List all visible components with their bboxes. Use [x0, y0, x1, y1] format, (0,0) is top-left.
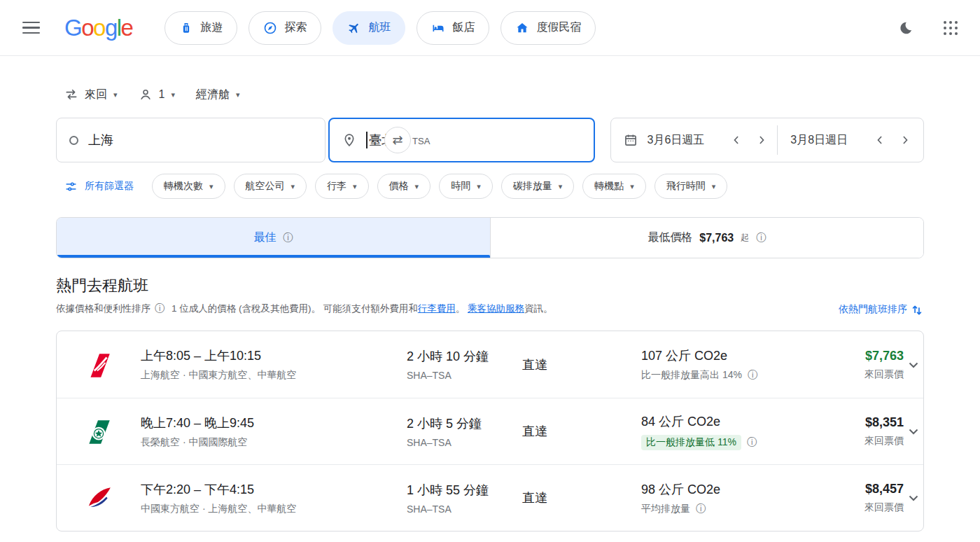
destination-input[interactable]: 臺北市 TSA [328, 118, 594, 162]
chevron-left-icon [729, 133, 743, 147]
sort-label: 依熱門航班排序 [839, 303, 907, 316]
filter-chip-connecting-airports[interactable]: 轉機點▾ [582, 174, 646, 199]
flight-airlines: 中國東方航空 · 上海航空、中華航空 [141, 503, 407, 515]
flight-route: SHA–TSA [407, 503, 522, 515]
flight-co2: 84 公斤 CO2e [641, 413, 816, 430]
return-next-day-button[interactable] [892, 127, 918, 153]
main-content: 來回 ▾ 1 ▾ 經濟艙 ▾ 上海 ⇄ 臺北市 TSA [0, 56, 980, 531]
origin-circle-icon [69, 136, 78, 145]
passengers-value: 1 [159, 88, 165, 101]
baggage-fees-link[interactable]: 行李費用 [418, 303, 456, 314]
luggage-icon [179, 21, 193, 35]
nav-vacation-rentals[interactable]: 度假民宿 [500, 11, 596, 45]
info-icon[interactable]: ⓘ [155, 303, 164, 314]
sorted-note: 依據價格和便利性排序 [56, 303, 150, 314]
flight-row[interactable]: 下午2:20 – 下午4:15 中國東方航空 · 上海航空、中華航空 1 小時 … [57, 464, 923, 531]
flight-results-list: 上午8:05 – 上午10:15 上海航空 · 中國東方航空、中華航空 2 小時… [56, 331, 924, 531]
filter-chip-duration[interactable]: 飛行時間▾ [654, 174, 728, 199]
chip-label: 行李 [327, 180, 346, 193]
chevron-down-icon[interactable] [905, 356, 922, 373]
flight-price-cell: $8,457 來回票價 [816, 482, 904, 514]
flight-times: 下午2:20 – 下午4:15 [141, 481, 407, 498]
swap-locations-button[interactable]: ⇄ [384, 127, 411, 153]
info-icon[interactable]: ⓘ [756, 232, 766, 244]
chevron-down-icon: ▾ [236, 90, 240, 99]
dark-mode-button[interactable] [892, 14, 920, 42]
flight-price: $8,457 [865, 482, 904, 496]
filter-chip-emissions[interactable]: 碳排放量▾ [501, 174, 575, 199]
info-icon[interactable]: ⓘ [748, 369, 757, 382]
flight-times: 上午8:05 – 上午10:15 [141, 347, 407, 364]
person-icon [139, 88, 153, 102]
flight-duration: 1 小時 55 分鐘 [407, 482, 522, 499]
sort-arrows-icon [910, 303, 924, 317]
chip-label: 時間 [451, 180, 470, 193]
flight-row[interactable]: 晚上7:40 – 晚上9:45 長榮航空 · 中國國際航空 2 小時 5 分鐘 … [57, 398, 923, 464]
departure-date[interactable]: 3月6日週五 [648, 133, 724, 148]
google-apps-button[interactable] [937, 14, 965, 42]
flight-price: $8,351 [865, 415, 904, 430]
nav-explore[interactable]: 探索 [248, 11, 321, 45]
tab-cheapest-price: $7,763 [699, 232, 734, 244]
chevron-down-icon: ▾ [712, 182, 716, 191]
flight-route: SHA–TSA [407, 370, 522, 381]
flight-emissions-cell: 107 公斤 CO2e 比一般排放量高出 14%ⓘ [641, 347, 816, 382]
origin-input[interactable]: 上海 [56, 118, 326, 162]
chevron-left-icon [873, 133, 887, 147]
price-type-label: 來回票價 [864, 368, 904, 381]
return-prev-day-button[interactable] [867, 127, 892, 153]
flight-price-cell: $8,351 來回票價 [816, 415, 904, 447]
flight-route: SHA–TSA [407, 437, 522, 448]
filter-chip-airlines[interactable]: 航空公司▾ [234, 174, 307, 199]
filter-chip-bags[interactable]: 行李▾ [315, 174, 369, 199]
results-tabs: 最佳 ⓘ 最低價格 $7,763 起 ⓘ [56, 217, 924, 258]
departure-next-day-button[interactable] [749, 127, 774, 153]
flight-emissions-cell: 84 公斤 CO2e 比一般排放量低 11%ⓘ [641, 413, 816, 450]
chip-label: 轉機次數 [164, 180, 203, 193]
results-notes: 依據價格和便利性排序ⓘ1 位成人的價格 (含稅及其他費用)。 可能須支付額外費用… [56, 303, 553, 315]
tab-cheapest[interactable]: 最低價格 $7,763 起 ⓘ [490, 218, 924, 258]
info-icon[interactable]: ⓘ [747, 436, 757, 449]
chevron-down-icon: ▾ [630, 182, 634, 191]
passengers-select[interactable]: 1 ▾ [139, 88, 175, 102]
passenger-assistance-link[interactable]: 乘客協助服務 [468, 303, 524, 314]
explore-icon [263, 21, 277, 35]
flight-row[interactable]: 上午8:05 – 上午10:15 上海航空 · 中國東方航空、中華航空 2 小時… [57, 331, 923, 398]
sort-by-popularity-button[interactable]: 依熱門航班排序 [839, 303, 924, 317]
tab-best[interactable]: 最佳 ⓘ [57, 218, 490, 258]
filter-chip-times[interactable]: 時間▾ [439, 174, 493, 199]
results-title: 熱門去程航班 [56, 275, 924, 296]
hotel-icon [431, 21, 445, 35]
nav-label: 探索 [284, 20, 307, 35]
tab-cheapest-suffix: 起 [741, 232, 749, 244]
chip-label: 飛行時間 [666, 180, 706, 193]
swap-horiz-icon: ⇄ [392, 132, 402, 148]
nav-flights[interactable]: 航班 [332, 11, 405, 45]
main-menu-button[interactable] [15, 13, 46, 43]
flight-duration-cell: 2 小時 5 分鐘 SHA–TSA [407, 415, 522, 448]
top-app-bar: Google 旅遊 探索 航班 飯店 度假民宿 [0, 0, 980, 56]
all-filters-button[interactable]: 所有篩選器 [56, 180, 144, 193]
cabin-class-select[interactable]: 經濟艙 ▾ [196, 88, 240, 102]
return-date[interactable]: 3月8日週日 [780, 133, 867, 148]
flight-stops-cell: 直達 [522, 423, 641, 440]
google-logo[interactable]: Google [64, 16, 132, 39]
nav-travel[interactable]: 旅遊 [164, 11, 237, 45]
chevron-down-icon[interactable] [905, 423, 922, 440]
departure-prev-day-button[interactable] [724, 127, 749, 153]
nav-hotels[interactable]: 飯店 [416, 11, 489, 45]
info-icon[interactable]: ⓘ [696, 503, 706, 515]
date-range-field: 3月6日週五 3月8日週日 [610, 118, 924, 162]
tab-best-label: 最佳 [253, 230, 276, 245]
header-actions [892, 14, 969, 42]
calendar-icon [624, 133, 638, 147]
flight-duration-cell: 1 小時 55 分鐘 SHA–TSA [407, 482, 522, 515]
return-date-value: 3月8日週日 [790, 133, 848, 148]
info-icon[interactable]: ⓘ [283, 232, 293, 244]
trip-type-select[interactable]: 來回 ▾ [64, 88, 118, 102]
flight-airlines: 長榮航空 · 中國國際航空 [141, 436, 407, 449]
airline-logo-eva-air [57, 417, 141, 446]
filter-chip-stops[interactable]: 轉機次數▾ [152, 174, 225, 199]
filter-chip-price[interactable]: 價格▾ [377, 174, 431, 199]
chevron-down-icon[interactable] [905, 489, 922, 506]
